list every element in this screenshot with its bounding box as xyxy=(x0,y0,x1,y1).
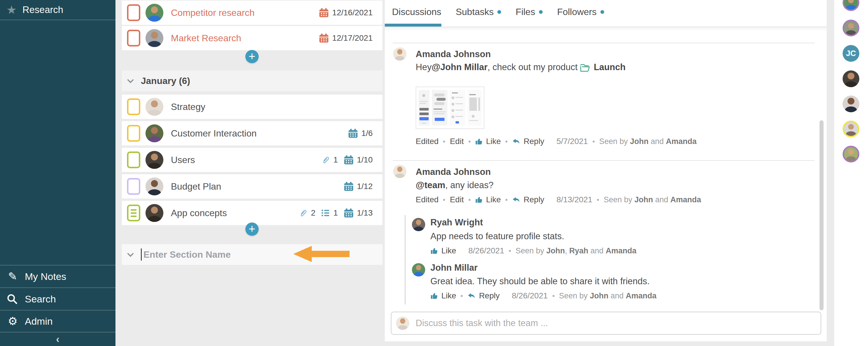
task-title[interactable]: App concepts xyxy=(171,208,227,218)
subtask-count: 1 xyxy=(333,208,338,218)
team-avatar[interactable] xyxy=(843,70,859,87)
tab-subtasks[interactable]: Subtasks xyxy=(456,7,501,17)
tab-indicator-dot xyxy=(497,10,501,14)
tab-label: Discussions xyxy=(392,7,441,17)
calendar-icon xyxy=(344,155,353,165)
separator-dot xyxy=(461,295,463,297)
reply-link[interactable]: Reply xyxy=(524,137,545,146)
discussion-composer[interactable] xyxy=(391,312,821,335)
reply-arrow-icon xyxy=(512,196,521,203)
sidebar-item-label: Admin xyxy=(25,316,53,327)
team-avatar[interactable] xyxy=(843,0,859,11)
attachment-thumbnail[interactable] xyxy=(416,87,484,129)
folder-icon xyxy=(579,62,591,72)
task-checkbox[interactable] xyxy=(127,30,140,46)
thumbs-up-icon xyxy=(430,292,438,300)
sidebar-item-search[interactable]: Search xyxy=(0,287,116,310)
message-author[interactable]: Amanda Johnson xyxy=(416,167,491,177)
separator-dot xyxy=(593,140,595,143)
reply-author[interactable]: John Millar xyxy=(430,262,478,273)
attachment-count: 1 xyxy=(333,155,338,164)
task-title[interactable]: Users xyxy=(171,155,195,165)
attachment-link[interactable]: Launch xyxy=(594,62,625,72)
new-section-input[interactable] xyxy=(144,249,305,260)
message-body: Hey @John Millar, check out my product L… xyxy=(416,62,625,72)
task-row[interactable]: Users 1 1/10 xyxy=(122,148,382,172)
tab-files[interactable]: Files xyxy=(516,7,543,17)
like-link[interactable]: Like xyxy=(441,246,456,255)
tab-indicator-dot xyxy=(600,10,604,14)
calendar-icon xyxy=(344,182,353,191)
message-author[interactable]: Amanda Johnson xyxy=(416,49,491,59)
task-title[interactable]: Customer Interaction xyxy=(171,128,257,139)
task-title[interactable]: Competitor research xyxy=(171,7,255,18)
avatar xyxy=(393,165,406,178)
tab-discussions[interactable]: Discussions xyxy=(392,7,441,17)
team-avatar[interactable] xyxy=(843,121,859,137)
seen-by: Seen by John and Amanda xyxy=(559,291,657,301)
like-link[interactable]: Like xyxy=(441,291,456,301)
like-link[interactable]: Like xyxy=(486,195,501,204)
team-avatar-initials[interactable]: JC xyxy=(843,45,859,62)
mention[interactable]: @team xyxy=(416,180,445,190)
team-avatar[interactable] xyxy=(843,96,859,112)
separator-dot xyxy=(468,140,470,143)
avatar xyxy=(146,124,163,142)
sidebar-item-research[interactable]: ★ Research xyxy=(0,0,116,20)
task-checkbox[interactable] xyxy=(127,178,140,195)
separator-dot xyxy=(443,199,445,201)
composer-input[interactable] xyxy=(416,318,815,328)
calendar-icon xyxy=(319,33,329,43)
reply-thread: Ryah Wright App needs to feature profile… xyxy=(405,215,815,305)
reply-link[interactable]: Reply xyxy=(479,291,500,301)
due-date: 12/17/2021 xyxy=(332,33,373,43)
edited-label: Edited xyxy=(416,195,438,204)
separator-dot xyxy=(468,199,470,201)
calendar-icon xyxy=(319,8,329,18)
sidebar-bottom-menu: ✎ My Notes Search ⚙ Admin xyxy=(0,265,116,333)
avatar xyxy=(412,218,425,231)
edit-link[interactable]: Edit xyxy=(450,137,464,146)
task-checkbox[interactable] xyxy=(127,98,140,115)
seen-by: Seen by John, Ryah and Amanda xyxy=(516,246,637,255)
avatar xyxy=(146,29,163,47)
collapse-sidebar-button[interactable]: ‹ xyxy=(0,333,116,345)
paperclip-icon xyxy=(299,209,307,217)
tab-indicator-dot xyxy=(539,10,543,14)
sidebar-item-my-notes[interactable]: ✎ My Notes xyxy=(0,265,116,287)
search-icon xyxy=(6,293,19,305)
task-row[interactable]: Budget Plan 1/12 xyxy=(122,174,382,198)
task-title[interactable]: Strategy xyxy=(171,102,205,112)
task-row[interactable]: Customer Interaction 1/6 xyxy=(122,121,382,146)
team-avatar-rail: JC xyxy=(834,0,868,346)
task-title[interactable]: Budget Plan xyxy=(171,181,221,192)
section-header-january[interactable]: January (6) xyxy=(122,70,382,91)
message-divider xyxy=(393,43,815,43)
chevron-down-icon[interactable] xyxy=(127,77,134,84)
task-checkbox[interactable] xyxy=(127,4,140,21)
avatar xyxy=(146,98,163,116)
team-avatar[interactable] xyxy=(843,146,859,162)
message-divider xyxy=(393,160,815,161)
task-title[interactable]: Market Research xyxy=(171,33,241,43)
tab-followers[interactable]: Followers xyxy=(557,7,604,17)
add-task-button[interactable]: + xyxy=(245,50,259,63)
sidebar-item-admin[interactable]: ⚙ Admin xyxy=(0,310,116,333)
task-checkbox-notes[interactable] xyxy=(127,205,140,221)
reply-author[interactable]: Ryah Wright xyxy=(430,217,483,228)
task-row[interactable]: Competitor research 12/16/2021 xyxy=(122,1,382,25)
due-date: 1/6 xyxy=(362,129,373,138)
task-checkbox[interactable] xyxy=(127,152,140,168)
scrollbar-thumb[interactable] xyxy=(819,120,824,310)
edit-link[interactable]: Edit xyxy=(450,195,464,204)
task-row[interactable]: App concepts 2 1 1/13 xyxy=(122,201,382,225)
team-avatar[interactable] xyxy=(843,20,859,36)
task-row[interactable]: Market Research 12/17/2021 xyxy=(122,26,382,50)
task-row[interactable]: Strategy xyxy=(122,95,382,119)
like-link[interactable]: Like xyxy=(486,137,501,146)
reply-link[interactable]: Reply xyxy=(524,195,545,204)
add-task-button[interactable]: + xyxy=(245,222,259,236)
mention[interactable]: @John Millar xyxy=(432,62,488,72)
avatar xyxy=(146,151,163,169)
task-checkbox[interactable] xyxy=(127,125,140,142)
